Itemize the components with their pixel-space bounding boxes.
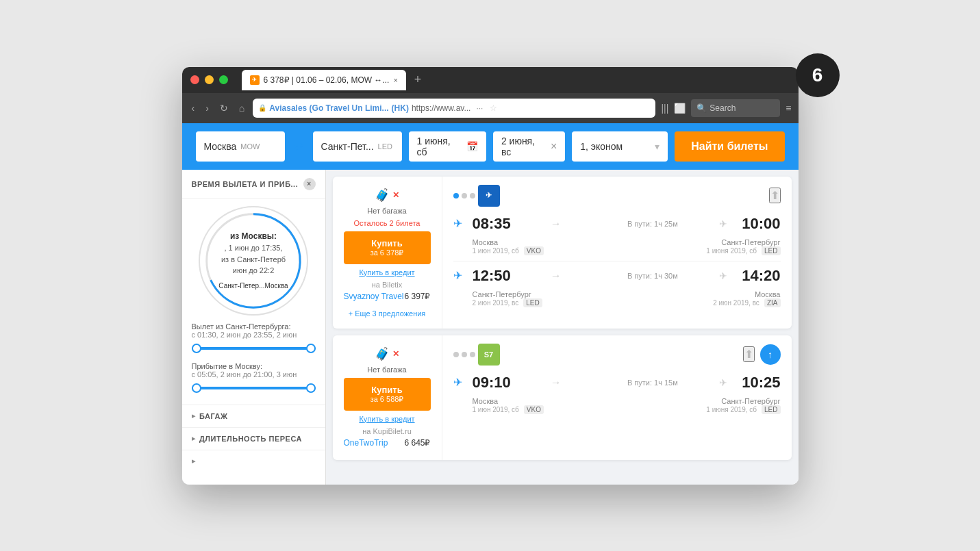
browser-tab[interactable]: ✈ 6 378₽ | 01.06 – 02.06, MOW ↔... ×	[242, 70, 406, 90]
baggage-icon-2: 🧳	[375, 346, 390, 361]
close-window-button[interactable]	[190, 75, 199, 84]
depart-date-2: 1 июн 2019, сб	[473, 406, 519, 413]
address-more[interactable]: ···	[476, 103, 483, 113]
outbound-flight-row-2: ✈ 09:10 → В пути: 1ч 15м ✈ 10:25	[453, 374, 781, 392]
address-actions: ||| ⬜	[661, 103, 686, 114]
passengers-chevron-icon: ▾	[655, 141, 659, 152]
baggage-info-1: 🧳 ✕	[375, 188, 399, 203]
bookmarks-library-icon[interactable]: |||	[661, 103, 668, 114]
return-depart-time-1: 12:50	[473, 267, 520, 285]
flight-card-2: 🧳 ✕ Нет багажа Купить за 6 588₽ Купить в…	[333, 335, 792, 460]
tab-close-button[interactable]: ×	[393, 76, 397, 84]
return-depart-icon-1: ✈	[453, 269, 467, 282]
menu-button[interactable]: ≡	[786, 103, 791, 114]
airline-dot-2b	[462, 352, 467, 357]
search-flights-button[interactable]: Найти билеты	[675, 131, 784, 162]
arrive-time-1: 10:00	[733, 215, 781, 233]
card-actions-2: ⬆ ↑	[743, 344, 781, 365]
time-filter-header: ВРЕМЯ ВЫЛЕТА И ПРИБ... ×	[182, 170, 325, 199]
origin-code: MOW	[240, 142, 260, 151]
return-depart-slider[interactable]	[192, 339, 316, 358]
baggage-icon-1: 🧳	[375, 188, 390, 203]
transfer-filter-header[interactable]: ▸ ДЛИТЕЛЬНОСТЬ ПЕРЕСА	[192, 435, 316, 443]
airline-logos-1: ✈	[453, 185, 500, 207]
origin-field[interactable]: Москва MOW	[196, 131, 285, 162]
address-field[interactable]: 🔒 Aviasales (Go Travel Un Limi... (HK) h…	[253, 99, 655, 118]
outbound-city-row-2: Москва 1 июн 2019, сб VKO Санкт-Петербур…	[473, 397, 781, 414]
return-depart-date-1: 2 июн 2019, вс	[473, 299, 519, 307]
buy-button-2[interactable]: Купить за 6 588₽	[344, 378, 431, 411]
depart-city-1: Москва	[473, 238, 499, 246]
minimize-window-button[interactable]	[205, 75, 214, 84]
return-date-field[interactable]: 2 июня, вс ×	[493, 131, 565, 162]
destination-field[interactable]: Санкт-Пет... LED	[313, 131, 402, 162]
return-depart-code-1: LED	[523, 298, 542, 307]
bookmark-star[interactable]: ☆	[490, 103, 497, 113]
new-tab-button[interactable]: +	[414, 73, 422, 87]
arrive-city-1: Санкт-Петербург	[721, 238, 780, 246]
results-area: 🧳 ✕ Нет багажа Осталось 2 билета Купить …	[326, 170, 799, 485]
flight-card: 🧳 ✕ Нет багажа Осталось 2 билета Купить …	[333, 177, 792, 329]
depart-plane-icon-1: ✈	[453, 217, 467, 230]
destination-code: LED	[378, 142, 392, 151]
search-icon: 🔍	[696, 103, 707, 113]
container-tabs-icon[interactable]: ⬜	[674, 103, 686, 114]
arrive-code-2: LED	[762, 405, 780, 414]
page-wrapper: 6 ✈ 6 378₽ | 01.06 – 02.06, MOW ↔... × +…	[182, 67, 799, 485]
baggage-filter-header[interactable]: ▸ БАГАЖ	[192, 412, 316, 420]
provider-label-2: на KupiBilet.ru	[344, 427, 431, 435]
arrive-msk-slider[interactable]	[192, 379, 316, 398]
more-chevron-icon: ▸	[192, 457, 196, 465]
baggage-label-2: Нет багажа	[367, 366, 406, 374]
airline-dot-1	[453, 193, 459, 198]
baggage-info-2: 🧳 ✕	[375, 346, 399, 361]
refresh-button[interactable]: ↻	[217, 100, 231, 116]
offer-name-1[interactable]: Svyaznoy Travel	[344, 292, 404, 301]
transfer-filter-group: ▸ ДЛИТЕЛЬНОСТЬ ПЕРЕСА	[182, 427, 325, 450]
browser-search-field[interactable]: 🔍 Search	[691, 99, 780, 117]
fullscreen-window-button[interactable]	[219, 75, 228, 84]
return-arrive-date-1: 2 июн 2019, вс	[713, 299, 759, 307]
buy-button-1[interactable]: Купить за 6 378₽	[344, 231, 431, 264]
more-filters-group: ▸	[182, 450, 325, 472]
buy-credit-link-1[interactable]: Купить в кредит	[359, 268, 414, 277]
swap-cities-button[interactable]: ⇄	[292, 140, 306, 153]
origin-city: Москва	[204, 141, 237, 152]
forward-button[interactable]: ›	[203, 100, 212, 116]
more-offers-1[interactable]: + Еще 3 предложения	[349, 309, 426, 318]
offers-list-2: на KupiBilet.ru OneTwoTrip 6 645₽	[344, 427, 431, 449]
baggage-x-2: ✕	[392, 349, 399, 359]
baggage-filter-label: БАГАЖ	[199, 412, 227, 420]
arrive-time-2: 10:25	[733, 374, 781, 392]
close-filter-button[interactable]: ×	[303, 178, 316, 190]
return-arrive-city-1: Москва	[755, 290, 781, 298]
home-button[interactable]: ⌂	[236, 100, 247, 116]
depart-date-value: 1 июня, сб	[417, 136, 461, 157]
tab-favicon: ✈	[250, 75, 260, 85]
arrive-date-2: 1 июня 2019, сб	[706, 406, 757, 413]
depart-date-field[interactable]: 1 июня, сб 📅	[409, 131, 486, 162]
return-date-value: 2 июня, вс	[501, 136, 545, 157]
passengers-class-field[interactable]: 1, эконом ▾	[572, 131, 668, 162]
card-header-2: S7 ⬆ ↑	[453, 344, 781, 366]
card-right-2: S7 ⬆ ↑ ✈ 09:10 → В пути: 1ч	[442, 335, 792, 460]
buy-credit-link-2[interactable]: Купить в кредит	[359, 415, 414, 423]
clear-return-date-button[interactable]: ×	[551, 140, 557, 153]
departure-clock: из Москвы: , 1 июн до 17:35, из в Санкт-…	[199, 206, 308, 316]
arrive-plane-icon-2: ✈	[719, 377, 727, 388]
sidebar: ВРЕМЯ ВЫЛЕТА И ПРИБ... × из Москвы: , 1 …	[182, 170, 326, 485]
site-name: Aviasales (Go Travel Un Limi...	[269, 103, 388, 113]
offers-list-1: на Biletix Svyaznoy Travel 6 397₽	[344, 281, 431, 303]
return-duration-1: В пути: 1ч 30м	[592, 272, 713, 280]
browser-titlebar: ✈ 6 378₽ | 01.06 – 02.06, MOW ↔... × +	[182, 67, 799, 93]
transfer-filter-label: ДЛИТЕЛЬНОСТЬ ПЕРЕСА	[199, 435, 302, 443]
return-arrive-code-1: ZIA	[764, 298, 781, 307]
share-button-2[interactable]: ⬆	[743, 346, 755, 362]
back-button[interactable]: ‹	[189, 100, 198, 116]
baggage-label-1: Нет багажа	[367, 207, 406, 215]
lock-icon: 🔒	[258, 104, 266, 112]
share-button-1[interactable]: ⬆	[769, 188, 781, 203]
offer-name-2[interactable]: OneTwoTrip	[344, 438, 388, 448]
scroll-up-button-2[interactable]: ↑	[760, 344, 781, 365]
more-filter-header[interactable]: ▸	[192, 457, 316, 465]
